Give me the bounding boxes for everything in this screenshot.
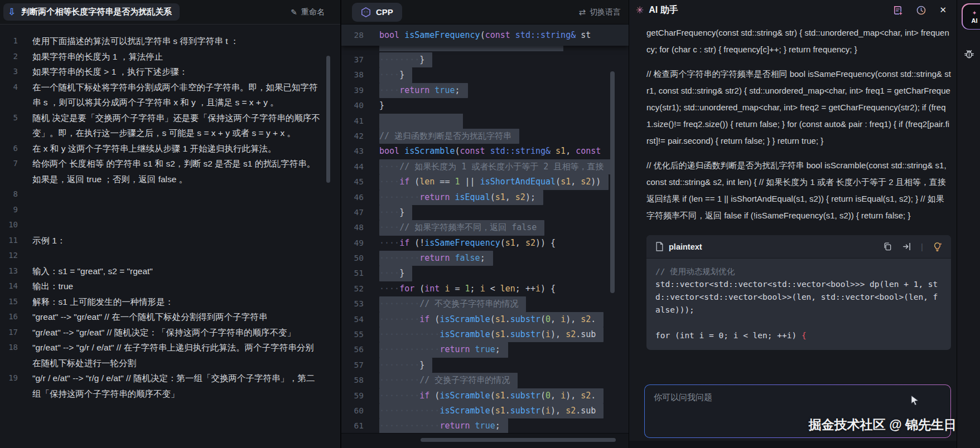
code-line-content: ····for (int i = 1; i < len; ++i) {: [379, 281, 556, 296]
code-line-content: ····}: [379, 205, 412, 220]
code-line: 43bool isScramble(const std::string& s1,…: [341, 144, 629, 159]
code-vertical-scrollbar[interactable]: [610, 71, 615, 293]
code-block-content: // 使用动态规划优化std::vector<std::vector<std::…: [646, 259, 951, 350]
problem-line-text: "gr/eat" --> "g/r / e/at" // 在子字符串上递归执行此…: [32, 340, 340, 371]
line-number: 12: [0, 248, 32, 264]
ai-assistant-panel: ✳ AI 助手: [629, 0, 957, 448]
download-icon: ⇩: [8, 7, 16, 17]
line-number: 13: [0, 264, 32, 279]
problem-line: 10: [0, 217, 340, 233]
icon-divider: |: [921, 242, 923, 251]
ai-badge[interactable]: ✦ AI: [962, 3, 980, 30]
problem-line-text: [32, 248, 340, 264]
problem-line-text: 解释：s1 上可能发生的一种情形是：: [32, 294, 340, 310]
code-line: 59········if (isScramble(s1.substr(0, i)…: [341, 388, 629, 403]
lightbulb-icon[interactable]: [933, 242, 942, 252]
tab-cpp[interactable]: ⁺⁺ CPP: [352, 3, 402, 22]
code-line: 41: [341, 114, 629, 129]
insert-code-icon[interactable]: [902, 242, 911, 251]
code-horizontal-scrollbar[interactable]: [421, 438, 616, 442]
line-number: 39: [341, 83, 371, 98]
code-line: 52····for (int i = 1; i < len; ++i) {: [341, 281, 629, 296]
problem-text-area[interactable]: 1使用下面描述的算法可以扰乱字符串 s 得到字符串 t ：2如果字符串的长度为 …: [0, 25, 340, 448]
code-line: 60············isScramble(s1.substr(i), s…: [341, 403, 629, 418]
problem-line-text: 输出：true: [32, 279, 340, 294]
problem-panel: ⇩ 判断两个相等长度字符串是否为扰乱关系 ✎ 重命名 1使用下面描述的算法可以扰…: [0, 0, 341, 448]
ai-sparkle-icon: ✳: [636, 4, 644, 16]
close-icon[interactable]: ✕: [939, 5, 947, 15]
sticky-scroll-line[interactable]: 28bool isSameFrequency(const std::string…: [341, 25, 629, 46]
line-number: 57: [341, 358, 371, 373]
code-block-line: std::vector<std::vector<std::vector<bool…: [655, 278, 942, 316]
line-number: 14: [0, 279, 32, 294]
ai-message: getCharFrequency(const std::string& str)…: [646, 25, 951, 58]
problem-line-text: 如果字符串的长度 > 1 ，执行下述步骤：: [32, 64, 340, 80]
problem-line: 13输入：s1 = "great", s2 = "rgeat": [0, 264, 340, 279]
line-number: 9: [0, 202, 32, 218]
line-number: 55: [341, 327, 371, 342]
switch-language-button[interactable]: ⇄ 切换语言: [578, 7, 624, 17]
line-number: 18: [0, 340, 32, 371]
line-number: 56: [341, 342, 371, 357]
problem-scrollbar[interactable]: [326, 56, 330, 183]
line-number: 17: [0, 325, 32, 340]
switch-language-label: 切换语言: [590, 7, 621, 17]
code-line: 49····if (!isSameFrequency(s1, s2)) {: [341, 236, 629, 251]
line-number: 15: [0, 294, 32, 310]
workbench: ⇩ 判断两个相等长度字符串是否为扰乱关系 ✎ 重命名 1使用下面描述的算法可以扰…: [0, 0, 980, 448]
problem-line-text: 给你两个 长度相等 的字符串 s1 和 s2，判断 s2 是否是 s1 的扰乱字…: [32, 156, 340, 187]
ai-question-input[interactable]: [645, 385, 950, 437]
mouse-cursor-icon: [910, 395, 920, 408]
ai-bottom-band: [629, 441, 957, 448]
code-line-content: ········}: [379, 52, 432, 67]
line-number: 46: [341, 190, 371, 205]
code-line-content: ····}: [379, 67, 412, 82]
copy-icon[interactable]: [883, 242, 892, 251]
line-number: 2: [0, 49, 32, 65]
code-line: 28bool isSameFrequency(const std::string…: [341, 25, 591, 46]
cpp-language-icon: ⁺⁺: [361, 7, 371, 17]
problem-line-text: 示例 1：: [32, 233, 340, 249]
code-line-content: ············isScramble(s1.substr(i), s2.…: [379, 403, 604, 418]
code-line-content: ····return true;: [379, 83, 468, 98]
line-number: 51: [341, 266, 371, 281]
code-line: 42// 递归函数判断是否为扰乱字符串: [341, 129, 629, 144]
line-number: 7: [0, 156, 32, 187]
line-number: 16: [0, 309, 32, 325]
code-line-content: [379, 114, 463, 129]
problem-line-text: 随机 决定是要「交换两个子字符串」还是要「保持这两个子字符串的顺序不变」。即，在…: [32, 110, 340, 141]
code-editor[interactable]: 28bool isSameFrequency(const std::string…: [341, 25, 629, 448]
problem-line-text: [32, 217, 340, 233]
problem-line: 15解释：s1 上可能发生的一种情形是：: [0, 294, 340, 310]
problem-line: 4在一个随机下标处将字符串分割成两个非空的子字符串。即，如果已知字符串 s ，则…: [0, 80, 340, 110]
right-toolbar-rail: ✦ AI: [957, 0, 980, 448]
line-number: 8: [0, 187, 32, 202]
code-line-content: ········return false;: [379, 251, 493, 266]
line-number: 19: [0, 371, 32, 401]
code-block-language: plaintext: [669, 242, 883, 251]
problem-line-text: "great" --> "gr/eat" // 在一个随机下标处分割得到两个子字…: [32, 309, 340, 325]
line-number: 43: [341, 144, 371, 159]
code-line: 47····}: [341, 205, 629, 220]
ai-input-area: 掘金技术社区 @ 锦先生日: [629, 384, 957, 448]
problem-line: 7给你两个 长度相等 的字符串 s1 和 s2，判断 s2 是否是 s1 的扰乱…: [0, 156, 340, 187]
code-line: 51····}: [341, 266, 629, 281]
ai-conversation[interactable]: getCharFrequency(const std::string& str)…: [629, 20, 957, 384]
problem-line-text: 输入：s1 = "great", s2 = "rgeat": [32, 264, 340, 279]
problem-title-pill[interactable]: ⇩ 判断两个相等长度字符串是否为扰乱关系: [3, 3, 180, 21]
problem-line: 11示例 1：: [0, 233, 340, 249]
code-line: 56············return true;: [341, 342, 629, 357]
code-line: 37········}: [341, 52, 629, 67]
debug-bug-icon[interactable]: [963, 48, 975, 62]
code-line: 57········}: [341, 358, 629, 373]
new-chat-icon[interactable]: [892, 5, 903, 16]
code-line-content: ········if (isScramble(s1.substr(0, i), …: [379, 312, 604, 327]
history-icon[interactable]: [916, 5, 926, 16]
line-number: 28: [341, 25, 371, 46]
line-number: 59: [341, 388, 371, 403]
rename-button[interactable]: ✎ 重命名: [291, 7, 325, 17]
code-line-content: }: [379, 98, 384, 113]
ai-message: // 检查两个字符串的字符频率是否相同 bool isSameFrequency…: [646, 66, 951, 149]
problem-line-text: [32, 187, 340, 202]
problem-line: 19"g/r / e/at" --> "r/g / e/at" // 随机决定：…: [0, 371, 340, 401]
